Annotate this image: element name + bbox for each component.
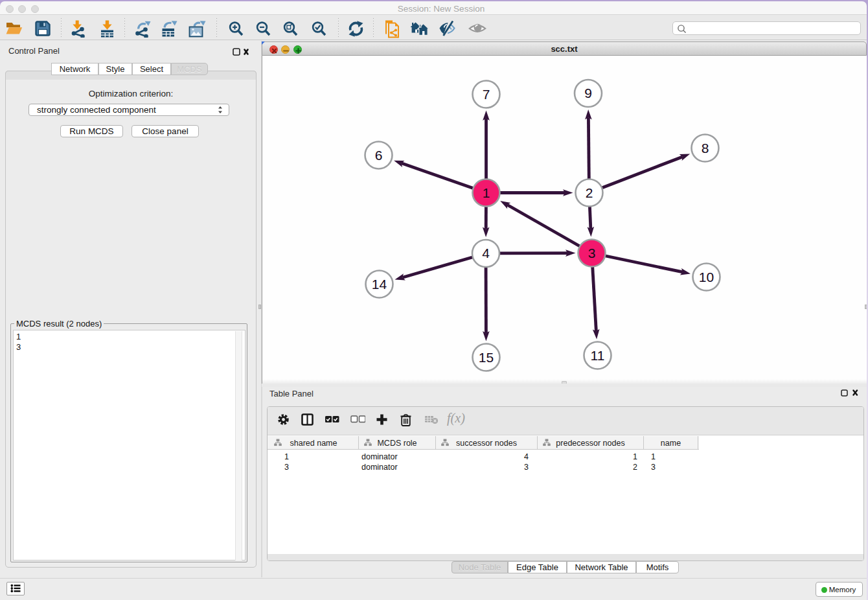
svg-text:7: 7	[483, 87, 490, 102]
svg-text:8: 8	[702, 141, 709, 156]
svg-text:1: 1	[483, 185, 490, 200]
svg-text:6: 6	[375, 148, 383, 163]
svg-text:14: 14	[372, 277, 387, 292]
svg-text:10: 10	[699, 270, 714, 284]
svg-text:4: 4	[482, 246, 490, 260]
svg-text:2: 2	[586, 185, 593, 200]
svg-text:3: 3	[588, 246, 596, 260]
svg-text:9: 9	[584, 86, 592, 100]
svg-text:15: 15	[479, 350, 494, 365]
svg-text:11: 11	[591, 348, 605, 363]
